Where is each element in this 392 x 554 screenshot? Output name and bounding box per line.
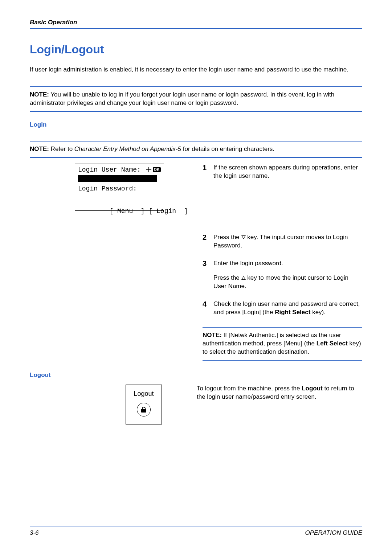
logout-pre: To logout from the machine, press the — [197, 385, 302, 392]
step-number: 4 — [203, 300, 213, 317]
note-block-2: NOTE: Refer to Character Entry Method on… — [30, 141, 362, 158]
lcd-label-password: Login Password: — [78, 185, 161, 192]
logout-area: Logout To logout from the machine, press… — [30, 385, 362, 424]
step4-post: key). — [310, 309, 326, 316]
running-head: Basic Operation — [30, 19, 362, 29]
page-number: 3-6 — [30, 529, 39, 537]
lcd-softkey-right: [ Login ] — [148, 208, 188, 215]
step4-bold: Right Select — [275, 309, 310, 316]
step3-line1: Enter the login password. — [213, 259, 362, 268]
logout-text: To logout from the machine, press the Lo… — [197, 385, 362, 424]
step-2: 2 Press the key. The input cursor moves … — [203, 233, 362, 250]
note-italic-ref: Character Entry Method on Appendix-5 — [74, 145, 181, 152]
guide-label: OPERATION GUIDE — [305, 529, 362, 537]
step3-sub: Press the key to move the input cursor t… — [213, 274, 362, 291]
lcd-softkeys: [ Menu ] [ Login ] — [78, 200, 161, 222]
steps-list: 1 If the screen shown appears during ope… — [203, 164, 362, 361]
lcd-label-user: Login User Name: — [78, 166, 141, 173]
step-text: If the screen shown appears during opera… — [213, 164, 362, 180]
note-lead: NOTE: — [30, 91, 49, 98]
section-heading-logout: Logout — [30, 372, 362, 379]
logout-box-label: Logout — [134, 390, 154, 398]
note-block-1: NOTE: You will be unable to log in if yo… — [30, 86, 362, 112]
step-number: 3 — [203, 259, 213, 291]
step-number: 1 — [203, 164, 213, 180]
note-pre: Refer to — [49, 145, 74, 152]
down-arrow-icon — [241, 235, 246, 239]
note-bold: Left Select — [317, 340, 348, 347]
step-1: 1 If the screen shown appears during ope… — [203, 164, 362, 180]
note-body: You will be unable to log in if you forg… — [30, 91, 334, 106]
lcd-softkey-left: [ Menu ] — [109, 208, 144, 215]
page-footer: 3-6 OPERATION GUIDE — [30, 526, 362, 537]
page-title: Login/Logout — [30, 43, 362, 56]
dpad-icon — [146, 167, 151, 172]
lcd-row-1: Login User Name: OK — [78, 166, 161, 173]
step-text: Press the key. The input cursor moves to… — [213, 233, 362, 250]
intro-paragraph: If user login administration is enabled,… — [30, 66, 362, 74]
lcd-icons: OK — [146, 167, 161, 172]
lock-icon — [141, 407, 146, 413]
lcd-cursor-bar — [78, 175, 157, 182]
note-lead: NOTE: — [30, 145, 49, 152]
step-4: 4 Check the login user name and password… — [203, 300, 362, 317]
step-3: 3 Enter the login password. Press the ke… — [203, 259, 362, 291]
login-area: Login User Name: OK Login Password: [ Me… — [30, 164, 362, 361]
lcd-screen: Login User Name: OK Login Password: [ Me… — [75, 164, 164, 211]
up-arrow-icon — [241, 276, 246, 280]
step2-pre: Press the — [213, 234, 241, 241]
note-post: for details on entering characters. — [181, 145, 274, 152]
ok-icon: OK — [153, 167, 161, 172]
note-inline: NOTE: If [Netwk Authentic.] is selected … — [203, 327, 362, 361]
note-lead: NOTE: — [203, 332, 222, 338]
step3-sub-pre: Press the — [213, 274, 241, 281]
section-heading-login: Login — [30, 121, 362, 128]
logout-bold: Logout — [302, 385, 323, 392]
page: Basic Operation Login/Logout If user log… — [0, 0, 392, 554]
logout-key-illustration: Logout — [126, 385, 162, 424]
step-text: Enter the login password. Press the key … — [213, 259, 362, 291]
lock-circle — [137, 403, 151, 416]
step-text: Check the login user name and password a… — [213, 300, 362, 317]
step-number: 2 — [203, 233, 213, 250]
